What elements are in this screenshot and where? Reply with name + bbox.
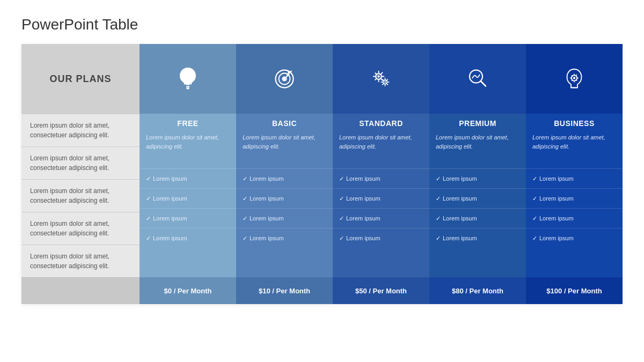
premium-feature-3: ✓Lorem ipsum (429, 208, 526, 228)
pricing-table: OUR PLANS Lorem ipsum dolor sit amet, co… (21, 44, 623, 304)
free-name: FREE (140, 114, 236, 131)
premium-feature-4: ✓Lorem ipsum (429, 228, 526, 248)
plan-standard: STANDARD Lorem ipsum dolor sit amet, adi… (333, 44, 429, 304)
premium-feature-2: ✓Lorem ipsum (429, 188, 526, 208)
basic-price: $10 / Per Month (236, 277, 333, 304)
svg-line-14 (481, 82, 486, 86)
standard-price: $50 / Per Month (333, 277, 429, 304)
standard-feature-2: ✓Lorem ipsum (333, 188, 429, 208)
plan-premium: PREMIUM Lorem ipsum dolor sit amet, adip… (429, 44, 526, 304)
free-desc: Lorem ipsum dolor sit amet, adipiscing e… (140, 131, 236, 168)
our-plans-label: OUR PLANS (49, 73, 111, 85)
labels-column: OUR PLANS Lorem ipsum dolor sit amet, co… (21, 44, 140, 304)
basic-desc: Lorem ipsum dolor sit amet, adipiscing e… (236, 131, 333, 168)
premium-desc: Lorem ipsum dolor sit amet, adipiscing e… (429, 131, 526, 168)
label-row-1: Lorem ipsum dolor sit amet, consectetuer… (21, 114, 140, 146)
standard-desc: Lorem ipsum dolor sit amet, adipiscing e… (333, 131, 429, 168)
footer-spacer (21, 277, 140, 304)
basic-feature-4: ✓Lorem ipsum (236, 228, 333, 248)
bulb-icon (175, 66, 201, 92)
business-price: $100 / Per Month (526, 277, 623, 304)
business-feature-1: ✓Lorem ipsum (526, 168, 623, 188)
standard-icon-cell (333, 44, 429, 114)
premium-icon-cell (429, 44, 526, 114)
plan-free: FREE Lorem ipsum dolor sit amet, adipisc… (140, 44, 236, 304)
business-feature-4: ✓Lorem ipsum (526, 228, 623, 248)
free-icon-cell (140, 44, 236, 114)
gears-icon (368, 66, 394, 92)
basic-feature-2: ✓Lorem ipsum (236, 188, 333, 208)
label-row-2: Lorem ipsum dolor sit amet, consectetuer… (21, 146, 140, 179)
business-feature-2: ✓Lorem ipsum (526, 188, 623, 208)
label-row-3: Lorem ipsum dolor sit amet, consectetuer… (21, 179, 140, 212)
basic-feature-1: ✓Lorem ipsum (236, 168, 333, 188)
target-icon (272, 66, 297, 92)
premium-name: PREMIUM (429, 114, 526, 131)
our-plans-header: OUR PLANS (21, 44, 140, 114)
free-feature-4: ✓Lorem ipsum (140, 228, 236, 248)
basic-icon-cell (236, 44, 333, 114)
brain-icon (561, 66, 587, 92)
standard-feature-3: ✓Lorem ipsum (333, 208, 429, 228)
standard-name: STANDARD (333, 114, 429, 131)
label-row-4: Lorem ipsum dolor sit amet, consectetuer… (21, 212, 140, 245)
business-desc: Lorem ipsum dolor sit amet, adipiscing e… (526, 131, 623, 168)
business-icon-cell (526, 44, 623, 114)
page-title: PowerPoint Table (21, 16, 623, 33)
free-feature-3: ✓Lorem ipsum (140, 208, 236, 228)
svg-point-12 (384, 82, 386, 83)
analytics-icon (465, 66, 491, 92)
standard-feature-1: ✓Lorem ipsum (333, 168, 429, 188)
premium-price: $80 / Per Month (429, 277, 526, 304)
business-name: BUSINESS (526, 114, 623, 131)
svg-point-16 (573, 77, 576, 79)
standard-feature-4: ✓Lorem ipsum (333, 228, 429, 248)
plan-basic: BASIC Lorem ipsum dolor sit amet, adipis… (236, 44, 333, 304)
svg-point-10 (377, 75, 380, 78)
free-feature-1: ✓Lorem ipsum (140, 168, 236, 188)
label-row-5: Lorem ipsum dolor sit amet, consectetuer… (21, 245, 140, 277)
premium-feature-1: ✓Lorem ipsum (429, 168, 526, 188)
free-feature-2: ✓Lorem ipsum (140, 188, 236, 208)
basic-feature-3: ✓Lorem ipsum (236, 208, 333, 228)
business-feature-3: ✓Lorem ipsum (526, 208, 623, 228)
free-price: $0 / Per Month (140, 277, 236, 304)
plan-business: BUSINESS Lorem ipsum dolor sit amet, adi… (526, 44, 623, 304)
basic-name: BASIC (236, 114, 333, 131)
